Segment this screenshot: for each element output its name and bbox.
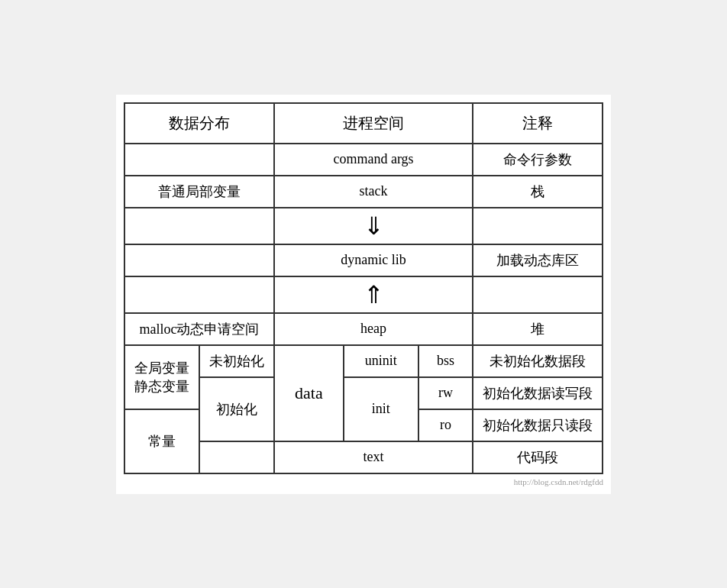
command-note: 命令行参数 (473, 144, 603, 176)
uninit-seg: uninit (344, 345, 418, 377)
arrow-up-col2: ⇑ (274, 276, 473, 313)
stack-col2: stack (274, 176, 473, 208)
memory-layout-table: 数据分布 进程空间 注释 command args 命令行参数 普通局部变量 s… (124, 102, 603, 474)
arrow-up-icon: ⇑ (364, 281, 384, 309)
heap-row: malloc动态申请空间 heap 堆 (124, 313, 603, 345)
header-jincheng: 进程空间 (274, 103, 473, 144)
uninit-label: 未初始化 (199, 345, 274, 377)
constant-col1: 常量 (124, 409, 199, 473)
main-container: 数据分布 进程空间 注释 command args 命令行参数 普通局部变量 s… (116, 95, 611, 494)
header-zhushi: 注释 (473, 103, 603, 144)
command-col1 (124, 144, 274, 176)
bss-label: bss (418, 345, 473, 377)
command-col2: command args (274, 144, 473, 176)
constant-label: 常量 (148, 434, 176, 449)
dynamic-col2: dynamic lib (274, 244, 473, 276)
stack-note: 栈 (473, 176, 603, 208)
static-var-label: 静态变量 (134, 377, 189, 396)
arrow-down-row: ⇓ (124, 208, 603, 244)
global-var-label: 全局变量 (134, 359, 189, 377)
dynamic-row: dynamic lib 加载动态库区 (124, 244, 603, 276)
arrow-down-col2: ⇓ (274, 208, 473, 244)
dynamic-col1 (124, 244, 274, 276)
bss-note: 未初始化数据段 (473, 345, 603, 377)
init-label: 初始化 (199, 377, 274, 441)
ro-note: 初始化数据只读段 (473, 409, 603, 441)
arrow-up-col1 (124, 276, 274, 313)
global-static-col1: 全局变量 静态变量 (124, 345, 199, 409)
header-shuju: 数据分布 (124, 103, 274, 144)
arrow-down-col1 (124, 208, 274, 244)
heap-col2: heap (274, 313, 473, 345)
init-seg: init (344, 377, 418, 441)
stack-col1: 普通局部变量 (124, 176, 274, 208)
stack-row: 普通局部变量 stack 栈 (124, 176, 603, 208)
arrow-down-note (473, 208, 603, 244)
header-row: 数据分布 进程空间 注释 (124, 103, 603, 144)
text-label: text (274, 441, 473, 473)
rw-label: rw (418, 377, 473, 409)
command-row: command args 命令行参数 (124, 144, 603, 176)
uninit-row: 全局变量 静态变量 未初始化 data uninit bss 未初始化数据段 (124, 345, 603, 377)
rw-note: 初始化数据读写段 (473, 377, 603, 409)
data-label: data (274, 345, 344, 441)
ro-label: ro (418, 409, 473, 441)
arrow-down-icon: ⇓ (364, 212, 384, 240)
heap-note: 堆 (473, 313, 603, 345)
arrow-up-note (473, 276, 603, 313)
arrow-up-row: ⇑ (124, 276, 603, 313)
heap-col1: malloc动态申请空间 (124, 313, 274, 345)
dynamic-note: 加载动态库区 (473, 244, 603, 276)
constant-col2 (199, 441, 274, 473)
text-note: 代码段 (473, 441, 603, 473)
watermark: http://blog.csdn.net/rdgfdd (124, 477, 603, 486)
